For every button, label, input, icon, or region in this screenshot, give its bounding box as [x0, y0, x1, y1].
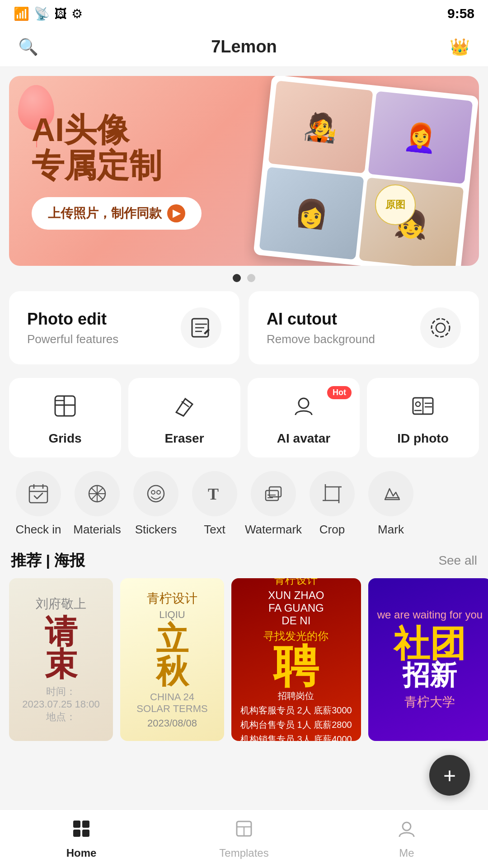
templates-label: Templates	[219, 847, 268, 859]
banner-dot-1[interactable]	[233, 274, 241, 282]
templates-icon	[234, 819, 254, 843]
feature-card-photo-edit[interactable]: Photo edit Powerful features	[9, 291, 239, 364]
svg-point-29	[151, 491, 155, 494]
nav-me[interactable]: Me	[325, 819, 488, 859]
round-tool-watermark[interactable]: Watermark	[244, 471, 303, 537]
header: 🔍 7Lemon 👑	[0, 27, 488, 67]
photo-cell-3: 👩	[259, 167, 364, 259]
svg-rect-6	[55, 396, 75, 416]
crown-icon[interactable]: 👑	[450, 38, 470, 57]
round-tool-mark[interactable]: Mark	[361, 471, 420, 537]
id-photo-label: ID photo	[397, 431, 449, 446]
svg-rect-43	[73, 830, 80, 837]
feature-cards: Photo edit Powerful features AI cutout R…	[0, 287, 488, 373]
template-text-3: 青柠设计 XUN ZHAOFA GUANGDE NI 寻找发光的你 聘 招聘岗位…	[231, 578, 361, 741]
svg-rect-44	[82, 830, 89, 837]
svg-point-12	[299, 398, 309, 408]
banner-arrow-icon: ▶	[167, 204, 185, 222]
search-icon[interactable]: 🔍	[18, 38, 38, 57]
grids-label: Grids	[48, 431, 81, 446]
materials-label: Materials	[73, 523, 121, 537]
template-text-4: we are waiting for you 社团 招新 青柠大学	[368, 599, 488, 720]
id-photo-icon	[411, 394, 435, 423]
ai-cutout-title: AI cutout	[267, 310, 375, 329]
status-time: 9:58	[447, 6, 474, 21]
watermark-label: Watermark	[245, 523, 302, 537]
home-icon	[71, 819, 91, 843]
svg-rect-36	[325, 487, 339, 500]
template-card-3[interactable]: 青柠设计 XUN ZHAOFA GUANGDE NI 寻找发光的你 聘 招聘岗位…	[231, 578, 361, 741]
home-label: Home	[66, 847, 97, 859]
svg-point-15	[416, 402, 420, 406]
ai-cutout-icon	[420, 307, 461, 348]
nav-home[interactable]: Home	[0, 819, 163, 859]
status-bar: 📶 📡 🖼 ⚙ 9:58	[0, 0, 488, 27]
tools-grid: Grids Eraser Hot AI avatar	[0, 373, 488, 467]
round-tool-checkin[interactable]: Check in	[9, 471, 68, 537]
eraser-icon	[173, 394, 196, 423]
template-text-2: 青柠设计 LIQIU 立秋 CHINA 24SOLAR TERMS 2023/0…	[127, 581, 216, 738]
status-icons: 📶 📡 🖼 ⚙	[14, 6, 83, 21]
photo-icon: 🖼	[54, 6, 67, 21]
me-icon	[397, 819, 417, 843]
photo-edit-title: Photo edit	[27, 310, 118, 329]
round-tools-row: Check in Materials Stickers	[0, 467, 488, 546]
checkin-icon	[16, 471, 61, 516]
materials-icon	[75, 471, 120, 516]
template-card-4[interactable]: we are waiting for you 社团 招新 青柠大学	[368, 578, 488, 741]
svg-text:T: T	[208, 485, 219, 503]
banner-dot-2[interactable]	[247, 274, 255, 282]
banner-photo-grid: 🧑‍🎤 👩‍🦰 👩 👧	[253, 76, 479, 266]
nav-templates[interactable]: Templates	[163, 819, 325, 859]
banner-image-area: 🧑‍🎤 👩‍🦰 👩 👧 原图	[244, 76, 479, 266]
recommended-header: 推荐 | 海报 See all	[0, 546, 488, 578]
template-card-1[interactable]: 刘府敬上 请束 时间：2023.07.25 18:00地点：	[9, 578, 113, 741]
mark-label: Mark	[378, 523, 404, 537]
template-text-1: 刘府敬上 请束 时间：2023.07.25 18:00地点：	[22, 595, 99, 724]
original-badge: 原图	[375, 184, 416, 225]
banner-content: AI头像 专属定制 上传照片，制作同款 ▶	[9, 94, 244, 248]
round-tool-stickers[interactable]: Stickers	[127, 471, 185, 537]
tool-ai-avatar[interactable]: Hot AI avatar	[248, 378, 360, 458]
round-tool-materials[interactable]: Materials	[68, 471, 127, 537]
stickers-label: Stickers	[135, 523, 177, 537]
feature-card-ai-cutout[interactable]: AI cutout Remove background	[249, 291, 479, 364]
round-tool-text[interactable]: T Text	[185, 471, 244, 537]
wifi-icon: 📶	[14, 6, 29, 21]
bottom-nav: Home Templates Me	[0, 809, 488, 868]
app-title: 7Lemon	[211, 37, 277, 57]
watermark-icon	[251, 471, 296, 516]
photo-cell-2: 👩‍🦰	[368, 91, 473, 184]
grids-icon	[53, 394, 77, 423]
template-card-2[interactable]: 青柠设计 LIQIU 立秋 CHINA 24SOLAR TERMS 2023/0…	[120, 578, 224, 741]
svg-line-11	[182, 401, 189, 407]
photo-cell-4: 👧	[359, 177, 464, 266]
hot-badge: Hot	[327, 386, 352, 399]
template-gallery: 刘府敬上 请束 时间：2023.07.25 18:00地点： 青柠设计 LIQI…	[0, 578, 488, 786]
text-label: Text	[204, 523, 225, 537]
svg-rect-41	[73, 821, 80, 828]
settings-icon: ⚙	[71, 6, 83, 21]
fab-button[interactable]: +	[429, 755, 470, 796]
svg-point-4	[432, 319, 450, 337]
see-all-button[interactable]: See all	[438, 553, 477, 568]
svg-point-30	[157, 491, 160, 494]
photo-cell-1: 🧑‍🎤	[268, 80, 373, 173]
banner-cta-button[interactable]: 上传照片，制作同款 ▶	[32, 197, 202, 230]
tool-eraser[interactable]: Eraser	[128, 378, 240, 458]
eraser-label: Eraser	[164, 431, 204, 446]
svg-line-10	[176, 412, 183, 416]
svg-point-5	[436, 323, 445, 332]
svg-rect-42	[82, 821, 89, 828]
signal-icon: 📡	[34, 6, 50, 21]
checkin-label: Check in	[15, 523, 61, 537]
round-tool-crop[interactable]: Crop	[303, 471, 361, 537]
crop-label: Crop	[319, 523, 345, 537]
svg-rect-19	[29, 486, 47, 503]
crop-icon	[310, 471, 355, 516]
ai-avatar-label: AI avatar	[277, 431, 330, 446]
recommended-title: 推荐 | 海报	[11, 550, 85, 571]
banner-dots	[0, 274, 488, 282]
tool-id-photo[interactable]: ID photo	[367, 378, 479, 458]
tool-grids[interactable]: Grids	[9, 378, 121, 458]
